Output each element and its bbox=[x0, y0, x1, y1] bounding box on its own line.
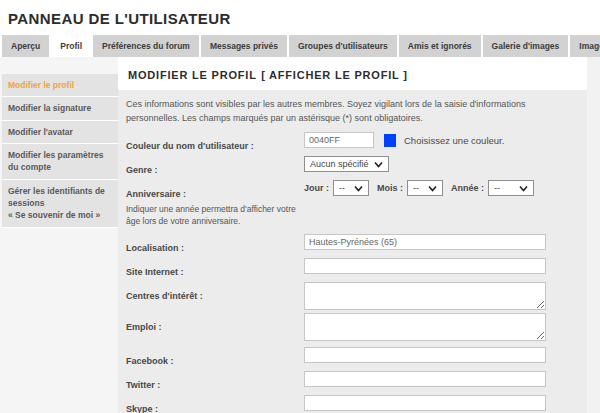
sidebar-item-modifier-profil[interactable]: Modifier le profil bbox=[2, 74, 118, 97]
birthday-day-label: Jour : bbox=[304, 183, 329, 193]
tab-groupes-utilisateurs[interactable]: Groupes d'utilisateurs bbox=[289, 35, 397, 57]
tab-messages-prives[interactable]: Messages privés bbox=[201, 35, 287, 57]
interests-textarea[interactable] bbox=[304, 282, 546, 310]
panel-header: MODIFIER LE PROFIL [ AFFICHER LE PROFIL … bbox=[118, 57, 587, 90]
localisation-label: Localisation : bbox=[126, 243, 184, 253]
sidebar-item-parametres-compte[interactable]: Modifier les paramètres du compte bbox=[2, 144, 118, 180]
row-username-color: Couleur du nom d'utilisateur : Choisisse… bbox=[126, 132, 577, 153]
birthday-year-label: Année : bbox=[451, 183, 484, 193]
section-title: MODIFIER LE PROFIL bbox=[128, 69, 257, 81]
facebook-label: Facebook : bbox=[126, 356, 174, 366]
genre-select[interactable]: Aucun spécifié bbox=[304, 156, 389, 172]
tab-bar: Aperçu Profil Préférences du forum Messa… bbox=[2, 35, 600, 57]
row-job: Emploi : bbox=[126, 313, 577, 341]
username-color-label: Couleur du nom d'utilisateur : bbox=[126, 141, 254, 151]
chevron-down-icon bbox=[519, 185, 528, 192]
birthday-month-select[interactable]: -- bbox=[407, 180, 443, 196]
chevron-down-icon bbox=[374, 161, 383, 168]
row-localisation: Localisation : bbox=[126, 234, 577, 255]
job-textarea[interactable] bbox=[304, 313, 546, 341]
page-title: PANNEAU DE L'UTILISATEUR bbox=[8, 10, 600, 27]
chevron-down-icon bbox=[354, 185, 363, 192]
birthday-year-select[interactable]: -- bbox=[488, 180, 534, 196]
twitter-label: Twitter : bbox=[126, 380, 160, 390]
tab-images-envoyees[interactable]: Images envoyées bbox=[570, 35, 600, 57]
sidebar: Modifier le profil Modifier la signature… bbox=[0, 57, 118, 413]
genre-select-value: Aucun spécifié bbox=[310, 159, 369, 169]
color-swatch[interactable] bbox=[384, 134, 396, 147]
birthday-note: Indiquer une année permettra d'afficher … bbox=[126, 203, 304, 228]
row-facebook: Facebook : bbox=[126, 347, 577, 368]
sidebar-menu: Modifier le profil Modifier la signature… bbox=[2, 74, 118, 228]
skype-label: Skype : bbox=[126, 404, 158, 413]
tab-profil[interactable]: Profil bbox=[51, 35, 91, 57]
row-interests: Centres d'intérêt : bbox=[126, 282, 577, 310]
sidebar-item-label-line2: « Se souvenir de moi » bbox=[8, 210, 100, 220]
intro-text: Ces informations sont visibles par les a… bbox=[126, 98, 577, 125]
website-input[interactable] bbox=[304, 258, 546, 274]
birthday-year-value: -- bbox=[494, 183, 500, 193]
birthday-month-label: Mois : bbox=[377, 183, 403, 193]
sidebar-item-modifier-avatar[interactable]: Modifier l'avatar bbox=[2, 121, 118, 144]
row-website: Site Internet : bbox=[126, 258, 577, 279]
tab-preferences-forum[interactable]: Préférences du forum bbox=[93, 35, 199, 57]
tab-apercu[interactable]: Aperçu bbox=[2, 35, 49, 57]
interests-label: Centres d'intérêt : bbox=[126, 291, 203, 301]
row-skype: Skype : bbox=[126, 395, 577, 413]
row-twitter: Twitter : bbox=[126, 371, 577, 392]
view-profile-link[interactable]: [ AFFICHER LE PROFIL ] bbox=[261, 69, 408, 81]
sidebar-item-label-line1: Gérer les identifiants de sessions bbox=[8, 186, 105, 208]
job-label: Emploi : bbox=[126, 322, 162, 332]
sidebar-item-modifier-signature[interactable]: Modifier la signature bbox=[2, 97, 118, 120]
facebook-input[interactable] bbox=[304, 347, 546, 363]
sidebar-item-identifiants-sessions[interactable]: Gérer les identifiants de sessions « Se … bbox=[2, 180, 118, 228]
row-genre: Genre : Aucun spécifié bbox=[126, 156, 577, 177]
content-area: Modifier le profil Modifier la signature… bbox=[0, 57, 600, 413]
chevron-down-icon bbox=[428, 185, 437, 192]
color-help-text: Choisissez une couleur. bbox=[404, 135, 504, 146]
twitter-input[interactable] bbox=[304, 371, 546, 387]
birthday-day-select[interactable]: -- bbox=[333, 180, 369, 196]
main-panel: MODIFIER LE PROFIL [ AFFICHER LE PROFIL … bbox=[118, 57, 587, 413]
tab-amis-ignores[interactable]: Amis et ignorés bbox=[399, 35, 481, 57]
localisation-input[interactable] bbox=[304, 234, 546, 250]
website-label: Site Internet : bbox=[126, 267, 184, 277]
tab-galerie-images[interactable]: Galerie d'images bbox=[483, 35, 569, 57]
username-color-input[interactable] bbox=[304, 132, 374, 148]
birthday-label: Anniversaire : bbox=[126, 189, 186, 199]
genre-label: Genre : bbox=[126, 165, 158, 175]
birthday-day-value: -- bbox=[339, 183, 345, 193]
skype-input[interactable] bbox=[304, 395, 546, 411]
birthday-month-value: -- bbox=[413, 183, 419, 193]
row-birthday: Anniversaire : Indiquer une année permet… bbox=[126, 180, 577, 228]
panel-body: Ces informations sont visibles par les a… bbox=[118, 90, 587, 413]
